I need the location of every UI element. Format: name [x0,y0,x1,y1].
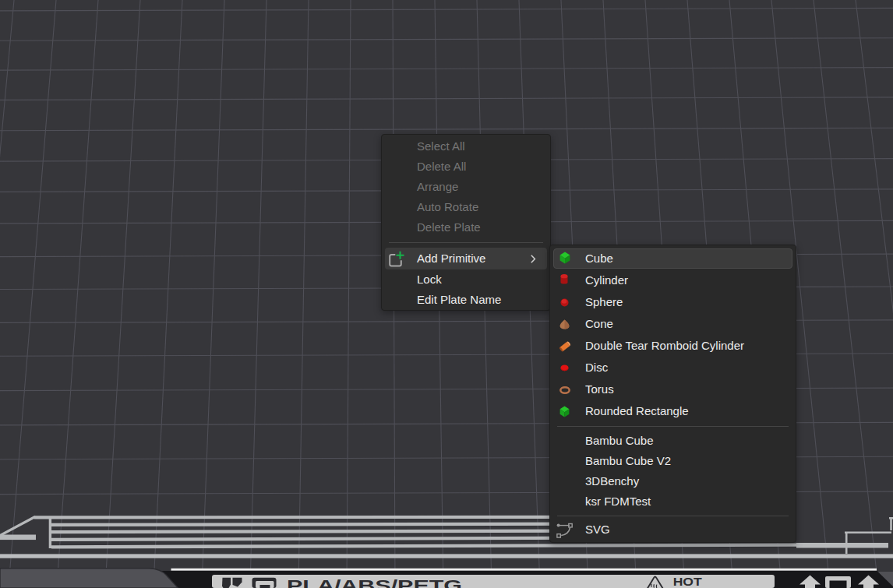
svg-text:HOT: HOT [673,576,703,588]
svg-text:PLA/ABS/PETG: PLA/ABS/PETG [287,576,462,588]
